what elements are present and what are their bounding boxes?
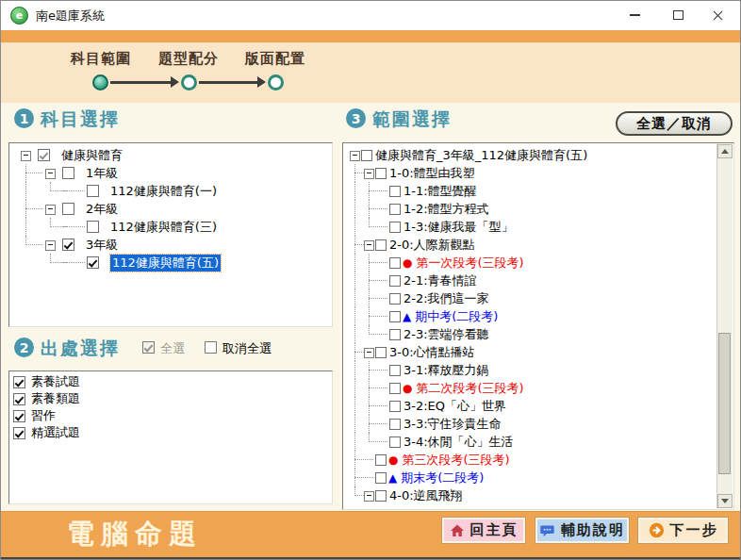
scroll-down-button[interactable]	[717, 494, 733, 508]
collapse-expander-icon[interactable]	[38, 164, 62, 182]
checkbox[interactable]	[375, 239, 387, 251]
checkbox[interactable]	[389, 204, 401, 215]
deselect-all-checkbox[interactable]	[205, 341, 217, 354]
collapse-expander-icon[interactable]	[361, 236, 375, 254]
tree-label[interactable]: 2-3:雲端停看聽	[403, 326, 489, 343]
tree-label[interactable]: 1年級	[86, 165, 118, 182]
checkbox[interactable]	[375, 472, 387, 484]
checkbox[interactable]	[375, 490, 387, 502]
tree-row[interactable]: ●第二次段考(三段考)	[343, 379, 717, 397]
tree-label[interactable]: 3-1:釋放壓力鍋	[403, 362, 489, 379]
tree-label[interactable]: 第二次段考(三段考)	[416, 380, 523, 397]
checkbox[interactable]	[13, 410, 25, 422]
tree-row[interactable]: 112健康與體育(一)	[9, 182, 332, 200]
tree-label[interactable]: 112健康與體育(五)	[110, 255, 221, 272]
tree-label[interactable]: 112健康與體育(一)	[110, 183, 217, 200]
tree-label[interactable]: 2年級	[86, 201, 118, 218]
tree-row[interactable]: 2-3:雲端停看聽	[343, 325, 717, 343]
tree-row[interactable]: ▲期末考(二段考)	[343, 469, 717, 486]
home-button[interactable]: 回主頁	[442, 518, 525, 543]
collapse-expander-icon[interactable]	[38, 236, 62, 254]
tree-row[interactable]: 1-2:體型方程式	[343, 200, 717, 218]
checkbox[interactable]	[389, 222, 401, 233]
checkbox[interactable]	[389, 311, 401, 322]
tree-label[interactable]: 3-0:心情點播站	[389, 344, 475, 361]
checkbox[interactable]	[87, 185, 99, 197]
tree-row[interactable]: 1年級	[9, 164, 332, 182]
tree-row[interactable]: 1-3:健康我最「型」	[343, 218, 717, 236]
checkbox[interactable]	[87, 221, 99, 233]
checkbox[interactable]	[389, 436, 401, 448]
list-item[interactable]: 習作	[9, 407, 332, 424]
checkbox[interactable]	[375, 347, 387, 358]
tree-row[interactable]: 3年級	[9, 236, 332, 254]
checkbox[interactable]	[13, 427, 25, 439]
tree-label[interactable]: 第一次段考(三段考)	[416, 255, 523, 272]
tree-row[interactable]: 4-0:逆風飛翔	[343, 486, 717, 504]
scrollbar[interactable]	[716, 144, 733, 508]
checkbox[interactable]	[38, 149, 50, 161]
checkbox[interactable]	[13, 376, 25, 388]
checkbox[interactable]	[389, 365, 401, 376]
tree-row[interactable]: 3-3:守住珍貴生命	[343, 415, 717, 433]
next-step-button[interactable]: 下一步	[638, 518, 728, 543]
checkbox[interactable]	[87, 256, 99, 269]
list-item[interactable]: 素養類題	[9, 390, 332, 407]
tree-row[interactable]: 健康與體育_3年級_112健康與體育(五)	[343, 146, 717, 164]
collapse-expander-icon[interactable]	[361, 343, 375, 361]
scroll-up-button[interactable]	[717, 144, 733, 158]
tree-label[interactable]: 期末考(二段考)	[401, 469, 484, 486]
checkbox[interactable]	[389, 257, 401, 269]
collapse-expander-icon[interactable]	[13, 146, 38, 164]
minimize-button[interactable]	[618, 1, 651, 29]
tree-row[interactable]: 112健康與體育(三)	[9, 218, 332, 236]
tree-label[interactable]: 2-1:青春情誼	[403, 272, 477, 289]
maximize-button[interactable]	[661, 1, 695, 29]
tree-row[interactable]: 3-1:釋放壓力鍋	[343, 361, 717, 379]
select-all-checkbox[interactable]	[142, 341, 155, 354]
tree-row[interactable]: ●第一次段考(三段考)	[343, 254, 717, 272]
checkbox[interactable]	[389, 186, 401, 197]
checkbox[interactable]	[361, 150, 372, 161]
checkbox[interactable]	[62, 167, 74, 179]
tree-row[interactable]: 健康與體育	[9, 146, 332, 164]
tree-label[interactable]: 3-2:EQ「心」世界	[403, 398, 506, 415]
tree-row[interactable]: 2-1:青春情誼	[343, 272, 717, 289]
tree-label[interactable]: 4-0:逆風飛翔	[389, 487, 463, 504]
checkbox[interactable]	[13, 393, 25, 405]
tree-label[interactable]: 第三次段考(三段考)	[402, 452, 509, 469]
tree-row[interactable]: ▲期中考(二段考)	[343, 307, 717, 325]
tree-row[interactable]: 2年級	[9, 200, 332, 218]
checkbox[interactable]	[389, 329, 401, 340]
checkbox[interactable]	[62, 203, 74, 215]
checkbox[interactable]	[389, 293, 401, 305]
tree-row[interactable]: 112健康與體育(五)	[9, 254, 332, 272]
checkbox[interactable]	[62, 239, 74, 251]
select-all-toggle-button[interactable]: 全選／取消	[616, 111, 733, 136]
collapse-expander-icon[interactable]	[38, 200, 62, 218]
tree-label[interactable]: 1-0:體型由我塑	[389, 165, 475, 182]
tree-row[interactable]: 3-4:休閒「心」生活	[343, 433, 717, 451]
collapse-expander-icon[interactable]	[361, 164, 375, 182]
checkbox[interactable]	[389, 383, 401, 394]
tree-label[interactable]: 3-3:守住珍貴生命	[403, 416, 502, 433]
tree-label[interactable]: 期中考(二段考)	[415, 308, 498, 325]
tree-row[interactable]: 1-1:體型覺醒	[343, 182, 717, 200]
close-button[interactable]	[700, 1, 734, 29]
list-item[interactable]: 素養試題	[9, 373, 332, 390]
checkbox[interactable]	[389, 401, 401, 412]
checkbox[interactable]	[375, 168, 387, 179]
checkbox[interactable]	[375, 454, 387, 466]
tree-label[interactable]: 112健康與體育(三)	[110, 219, 217, 236]
tree-row[interactable]: ●第三次段考(三段考)	[343, 451, 717, 469]
tree-label[interactable]: 1-1:體型覺醒	[403, 183, 477, 200]
tree-label[interactable]: 3年級	[86, 237, 118, 254]
checkbox[interactable]	[389, 275, 401, 287]
tree-label[interactable]: 2-2:我們這一家	[403, 290, 489, 307]
tree-row[interactable]: 3-2:EQ「心」世界	[343, 397, 717, 415]
tree-row[interactable]: 3-0:心情點播站	[343, 343, 717, 361]
tree-row[interactable]: 1-0:體型由我塑	[343, 164, 717, 182]
tree-row[interactable]: 2-0:人際新觀點	[343, 236, 717, 254]
scrollbar-thumb[interactable]	[718, 333, 731, 474]
tree-label[interactable]: 2-0:人際新觀點	[389, 237, 475, 254]
